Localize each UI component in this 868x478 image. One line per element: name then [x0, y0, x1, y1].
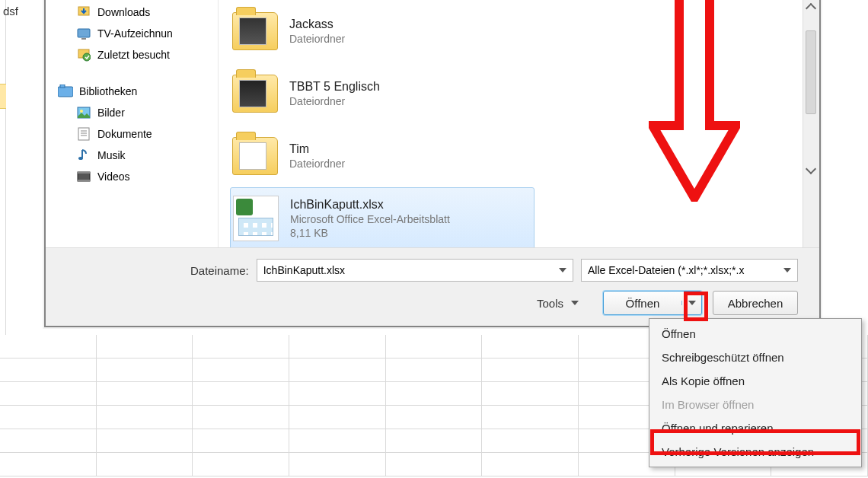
- chevron-down-icon[interactable]: [559, 268, 566, 272]
- svg-rect-15: [78, 172, 90, 174]
- xlsx-icon: [231, 193, 281, 244]
- file-type: Microsoft Office Excel-Arbeitsblatt: [290, 213, 450, 225]
- tools-dropdown[interactable]: Tools: [537, 297, 579, 310]
- file-list-scrollbar[interactable]: [803, 0, 819, 247]
- folder-icon: [230, 69, 280, 119]
- file-name: Jackass: [289, 18, 345, 31]
- menu-item-open[interactable]: Öffnen: [651, 322, 860, 346]
- file-type: Dateiordner: [289, 95, 380, 107]
- chevron-down-icon: [688, 301, 696, 305]
- file-item-selected[interactable]: IchBinKaputt.xlsx Microsoft Office Excel…: [230, 187, 535, 247]
- selected-row-header: [0, 84, 6, 109]
- sidebar-item-music[interactable]: Musik: [46, 145, 218, 166]
- svg-rect-6: [60, 84, 65, 88]
- dialog-sidebar: Downloads TV-Aufzeichnun Zuletzt besucht…: [46, 0, 219, 247]
- sidebar-item-recent[interactable]: Zuletzt besucht: [46, 44, 218, 65]
- music-icon: [76, 148, 91, 163]
- file-item-folder[interactable]: TBBT 5 Englisch Dateiordner: [230, 62, 819, 125]
- menu-item-prev-versions[interactable]: Vorherige Versionen anzeigen: [651, 440, 860, 464]
- folder-icon: [230, 6, 280, 56]
- open-button-label: Öffnen: [604, 297, 681, 310]
- sidebar-item-label: Musik: [97, 149, 126, 161]
- svg-point-4: [83, 53, 91, 61]
- sidebar-item-label: Bilder: [97, 107, 125, 119]
- file-size: 8,11 KB: [290, 227, 450, 239]
- sidebar-group-libraries[interactable]: Bibliotheken: [46, 81, 218, 102]
- dialog-bottom-bar: Dateiname: IchBinKaputt.xlsx Alle Excel-…: [46, 247, 819, 326]
- svg-rect-1: [78, 29, 90, 37]
- videos-icon: [76, 169, 91, 184]
- downloads-icon: [76, 5, 91, 20]
- file-name: IchBinKaputt.xlsx: [290, 198, 450, 212]
- file-name: TBBT 5 Englisch: [289, 80, 380, 94]
- file-item-folder[interactable]: Jackass Dateiordner: [230, 0, 819, 62]
- filename-value: IchBinKaputt.xlsx: [263, 264, 345, 276]
- open-button[interactable]: Öffnen: [603, 291, 702, 315]
- sidebar-item-pictures[interactable]: Bilder: [46, 102, 218, 123]
- scroll-up-icon[interactable]: [806, 3, 816, 14]
- svg-rect-16: [78, 180, 90, 181]
- filename-input[interactable]: IchBinKaputt.xlsx: [257, 259, 573, 282]
- file-type: Dateiordner: [289, 33, 345, 45]
- svg-point-13: [78, 157, 83, 160]
- sidebar-item-label: Downloads: [97, 6, 150, 18]
- svg-point-8: [80, 110, 83, 113]
- row-header-strip: [0, 0, 6, 335]
- svg-rect-5: [58, 87, 73, 97]
- svg-rect-2: [81, 38, 86, 40]
- libraries-icon: [58, 84, 73, 99]
- chevron-down-icon[interactable]: [783, 268, 791, 272]
- filetype-filter[interactable]: Alle Excel-Dateien (*.xl*;*.xlsx;*.x: [581, 259, 798, 282]
- file-item-folder[interactable]: Tim Dateiordner: [230, 125, 819, 187]
- menu-item-open-repair[interactable]: Öffnen und reparieren...: [651, 416, 860, 440]
- sidebar-item-label: Dokumente: [97, 128, 152, 140]
- sidebar-item-videos[interactable]: Videos: [46, 166, 218, 187]
- sidebar-item-documents[interactable]: Dokumente: [46, 123, 218, 145]
- scroll-down-icon[interactable]: [806, 164, 816, 174]
- tools-label: Tools: [537, 297, 563, 310]
- file-list[interactable]: Jackass Dateiordner TBBT 5 Englisch Date…: [219, 0, 819, 247]
- cancel-button-label: Abbrechen: [728, 297, 783, 310]
- scroll-thumb[interactable]: [806, 30, 816, 114]
- documents-icon: [76, 126, 91, 142]
- sidebar-item-tv[interactable]: TV-Aufzeichnun: [46, 23, 218, 44]
- recent-icon: [76, 47, 91, 62]
- open-dropdown-menu: Öffnen Schreibgeschützt öffnen Als Kopie…: [649, 318, 862, 467]
- file-open-dialog: Downloads TV-Aufzeichnun Zuletzt besucht…: [44, 0, 821, 327]
- menu-item-open-copy[interactable]: Als Kopie öffnen: [651, 369, 860, 393]
- sidebar-item-downloads[interactable]: Downloads: [46, 2, 218, 23]
- tv-icon: [76, 26, 91, 41]
- folder-icon: [230, 131, 280, 181]
- sidebar-item-label: Videos: [97, 170, 130, 183]
- filter-value: Alle Excel-Dateien (*.xl*;*.xlsx;*.x: [588, 264, 744, 276]
- filename-label: Dateiname:: [190, 264, 249, 277]
- cell-a1: dsf: [3, 5, 18, 18]
- sidebar-group-label: Bibliotheken: [79, 85, 137, 97]
- chevron-down-icon: [571, 301, 579, 305]
- file-name: Tim: [289, 142, 345, 156]
- menu-item-open-readonly[interactable]: Schreibgeschützt öffnen: [651, 346, 860, 369]
- open-split-button[interactable]: [681, 301, 701, 305]
- pictures-icon: [76, 105, 91, 120]
- cancel-button[interactable]: Abbrechen: [713, 291, 798, 315]
- menu-item-open-browser: Im Browser öffnen: [651, 393, 860, 416]
- svg-rect-9: [78, 128, 89, 140]
- sidebar-item-label: Zuletzt besucht: [97, 49, 170, 61]
- file-type: Dateiordner: [289, 158, 345, 170]
- sidebar-item-label: TV-Aufzeichnun: [97, 27, 173, 40]
